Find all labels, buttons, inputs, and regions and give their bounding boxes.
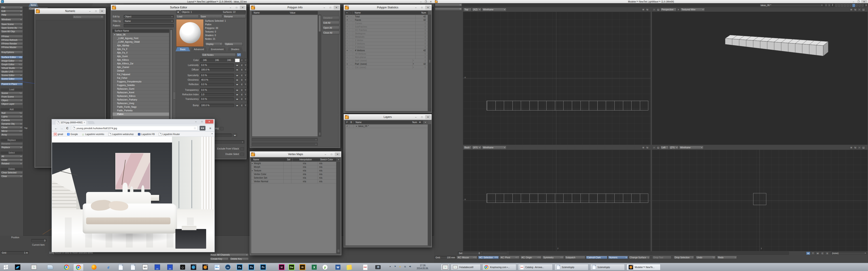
prop-envelope-button[interactable]: E bbox=[240, 93, 243, 96]
prop-nudge-button[interactable]: ◀▶ bbox=[235, 97, 239, 101]
vmap-row-vertex-normal[interactable]: Vertex Normaln/an/a bbox=[251, 180, 336, 183]
vm-scrollbar[interactable] bbox=[337, 162, 340, 253]
browser-maximize-button[interactable]: □ bbox=[199, 120, 205, 124]
exclude-vstack-checkbox[interactable] bbox=[240, 147, 244, 150]
layer-row-lakas-06[interactable]: ✓►lakas_06 * bbox=[345, 125, 428, 128]
layout-fprime-master-button[interactable]: FPrime Master bbox=[0, 46, 23, 49]
vm-minimize-button[interactable]: – bbox=[322, 153, 328, 156]
left-viewport-zoom-icon[interactable]: ⌕ bbox=[652, 146, 656, 149]
prop-texture-button[interactable]: T bbox=[244, 104, 247, 107]
surface-row-fal-falpanel[interactable]: Fal_Falpanel bbox=[113, 73, 169, 76]
numeric-minimize-button[interactable]: – bbox=[87, 9, 93, 13]
se-tab-shaders[interactable]: Shaders bbox=[227, 47, 243, 51]
surface-row-nyilaszaro-keret[interactable]: Nyilaszaro_Keret bbox=[113, 91, 169, 94]
prop-texture-button[interactable]: T bbox=[244, 83, 247, 86]
layers-scrollbar[interactable] bbox=[428, 124, 431, 246]
se-display-dropdown[interactable]: Display▼ bbox=[205, 42, 223, 46]
sticky-notes-taskbar-icon[interactable] bbox=[344, 264, 354, 271]
surface-row-padlo-parketta[interactable]: Padlo_Parketta bbox=[113, 109, 169, 112]
address-bar[interactable]: young.pimobili.hu/kisker/full/1074.jpg ☆ bbox=[71, 126, 198, 131]
left-viewport-view-button[interactable]: Left bbox=[660, 146, 669, 149]
back-viewport-pan-icon[interactable]: ✛ bbox=[642, 146, 645, 149]
adobe-reader-taskbar-icon[interactable]: PDF bbox=[360, 264, 370, 271]
vmap-row-vertex-color[interactable]: Vertex Colorn/an/a bbox=[251, 173, 336, 176]
se-editby-dropdown[interactable]: Object▼ bbox=[124, 15, 174, 18]
calculator-2-taskbar-icon[interactable]: 0 bbox=[128, 264, 138, 271]
extensions-button[interactable] bbox=[199, 126, 206, 131]
tray-expand-icon[interactable]: ▲ bbox=[388, 265, 393, 269]
mode-c-button[interactable]: C bbox=[820, 251, 825, 255]
perspective-viewport-maximize-icon[interactable]: ◱ bbox=[862, 8, 865, 11]
layout-lights-button[interactable]: Lights▼ bbox=[0, 115, 23, 118]
surface-row-nyilaszaro-kilincs[interactable]: Nyilaszaro_Kilincs bbox=[113, 94, 169, 98]
layout-fprime-refresh-button[interactable]: FPrime Refresh bbox=[0, 39, 23, 41]
pst-close-button[interactable]: ✕ bbox=[425, 6, 431, 9]
polygon-info-titlebar[interactable]: M Polygon Info –□✕ bbox=[250, 5, 340, 10]
prop-field-glossiness[interactable]: 40.0 % bbox=[200, 78, 234, 81]
prop-texture-button[interactable]: T bbox=[244, 74, 247, 77]
se-maximize-button[interactable]: □ bbox=[234, 6, 239, 9]
vmap-row-morph[interactable]: Morphn/an/a bbox=[251, 165, 336, 169]
vm-options-dropdown[interactable]: ▼ bbox=[337, 158, 340, 161]
utorrent-taskbar-icon[interactable]: µ bbox=[320, 264, 330, 271]
commodore-64-emulator-2-taskbar-icon[interactable]: -64- bbox=[165, 264, 175, 271]
vm-maximize-button[interactable]: □ bbox=[329, 153, 334, 156]
delete-key-button[interactable]: Delete Key bbox=[230, 258, 249, 260]
taskbar-window-sz-mol-g-p[interactable]: 0Számológép bbox=[590, 264, 625, 270]
layout-image-editor-button[interactable]: Image EditorF6 bbox=[0, 59, 23, 62]
lightwave-modeler-taskbar-icon[interactable]: M bbox=[200, 264, 210, 271]
new-tab-button[interactable] bbox=[88, 121, 95, 124]
prop-envelope-button[interactable]: E bbox=[240, 97, 243, 101]
tab-items[interactable]: Items bbox=[29, 3, 38, 7]
tray-clock[interactable]: 17:26 2014.05.06. bbox=[414, 264, 432, 270]
layout-object-layer-button[interactable]: Object Layer bbox=[0, 103, 23, 105]
layout-parent-in-place-button[interactable]: Parent in Place bbox=[0, 83, 23, 86]
internet-explorer-taskbar-icon[interactable]: e bbox=[103, 264, 114, 271]
se-close-button[interactable]: ✕ bbox=[240, 6, 246, 9]
bookmark-lagadrimi-vez-rl-s[interactable]: ⌂Lagadrimi vezérlés bbox=[82, 132, 104, 136]
layout-replace-button[interactable]: Replace▼ bbox=[0, 146, 23, 149]
unity-taskbar-icon[interactable]: ◇ bbox=[178, 264, 188, 271]
vmap-row-weight[interactable]: ►Weightn/an/a bbox=[251, 162, 336, 165]
create-key-button[interactable]: Create Key bbox=[210, 258, 228, 260]
surface-row-fal-feher[interactable]: Fal_Feher bbox=[113, 76, 169, 80]
modeler-minimize-button[interactable]: – bbox=[851, 0, 856, 3]
drop-selection-button[interactable]: Drop Selection/ bbox=[674, 256, 694, 259]
calculator-taskbar-icon[interactable]: 0 bbox=[116, 264, 126, 271]
numeric-maximize-button[interactable]: □ bbox=[93, 9, 99, 13]
layer-box-6[interactable] bbox=[849, 4, 852, 7]
layout-null-button[interactable]: Null^N bbox=[0, 111, 23, 114]
browser-minimize-button[interactable]: – bbox=[193, 120, 199, 124]
perspective-viewport-zoom-icon[interactable]: ⌕ bbox=[652, 8, 656, 11]
pi-maximize-button[interactable]: □ bbox=[328, 6, 333, 9]
layer-box-8[interactable] bbox=[855, 4, 858, 7]
mode-s-button[interactable]: S bbox=[825, 251, 829, 255]
object-selector[interactable]: lakas_06 *▼ bbox=[760, 4, 824, 7]
left-viewport-maximize-icon[interactable]: ◱ bbox=[862, 146, 865, 149]
layers-maximize-button[interactable]: □ bbox=[419, 115, 425, 119]
stat-row-1-vertex[interactable]: +-1 Vertex0 bbox=[345, 39, 428, 42]
layer-box-10[interactable] bbox=[861, 4, 864, 7]
preset-dropdown[interactable]: (none)▼ bbox=[831, 251, 867, 255]
prop-nudge-button[interactable]: ◀▶ bbox=[235, 93, 239, 96]
prop-texture-button[interactable]: T bbox=[244, 78, 247, 81]
prop-field-luminosity[interactable]: 0.0 % bbox=[200, 64, 234, 67]
mode-w-button[interactable]: W bbox=[806, 251, 810, 255]
stat-row-4-vertices[interactable]: +->4 Vertices0 bbox=[345, 52, 428, 56]
modeler-menu-dropdown-1[interactable]: ▼ bbox=[435, 3, 462, 6]
redo-button[interactable]: Redoz bbox=[717, 256, 737, 259]
vertex-maps-titlebar[interactable]: M Vertex Maps –□✕ bbox=[250, 151, 341, 157]
illustrator-taskbar-icon[interactable]: Ai bbox=[298, 264, 307, 271]
layer-bank-next-button[interactable]: › bbox=[828, 4, 831, 7]
prop-field-diffuse[interactable]: 100.0 % bbox=[200, 68, 234, 71]
polygon-stats-titlebar[interactable]: M Polygon Statistics –□✕ bbox=[344, 5, 432, 10]
mode-m-button[interactable]: M bbox=[815, 251, 820, 255]
double-sided-checkbox[interactable] bbox=[240, 153, 244, 156]
prop-field-translucency[interactable]: 0.0 % bbox=[200, 97, 234, 101]
smoothing-checkbox[interactable] bbox=[220, 127, 223, 130]
prop-field-refraction-index[interactable]: 1.0 bbox=[200, 93, 234, 96]
expand-arrow-icon[interactable]: ► bbox=[252, 163, 253, 164]
surface-row-ajto-gumi[interactable]: Ajto_Gumi bbox=[113, 55, 169, 58]
layout-from-scene-button[interactable]: From Scene bbox=[0, 95, 23, 98]
stat-row-total[interactable]: +-Total42 bbox=[345, 15, 428, 18]
